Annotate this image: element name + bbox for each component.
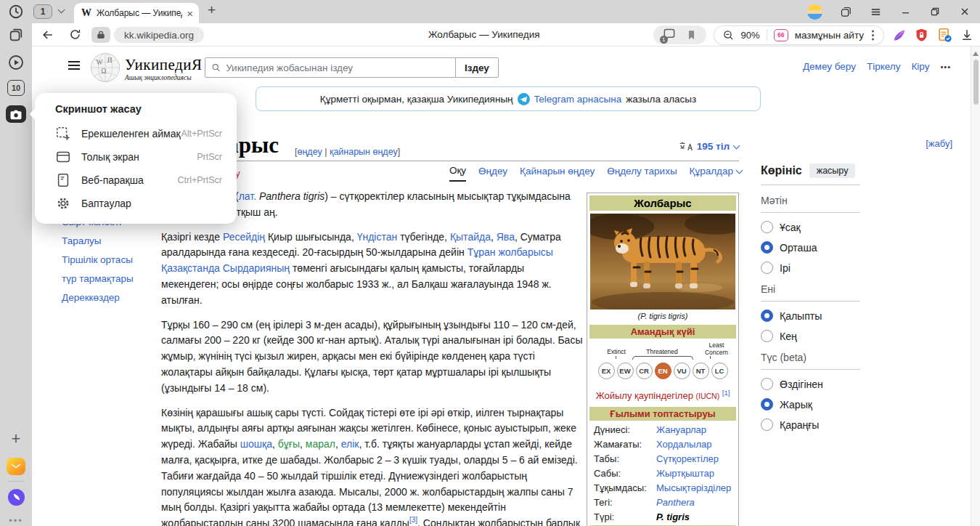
taxonomy-value[interactable]: Жануарлар [656, 424, 706, 435]
url-text[interactable]: kk.wikipedia.org [114, 27, 204, 43]
radio-icon[interactable] [761, 330, 773, 342]
radio-option[interactable]: Қалыпты [761, 309, 860, 322]
taxonomy-value[interactable]: Хордалылар [656, 439, 711, 450]
tab-groups-icon[interactable] [839, 5, 852, 18]
header-link[interactable]: Демеу беру [803, 61, 856, 72]
read-aloud-icon[interactable]: 66 [774, 29, 788, 41]
video-play-icon[interactable] [7, 53, 25, 72]
address-bar[interactable]: kk.wikipedia.org [91, 27, 204, 43]
yandex-pen-icon[interactable] [891, 28, 907, 43]
taxonomy-value[interactable]: Panthera [656, 497, 695, 508]
menu-hamburger-icon[interactable] [869, 5, 882, 18]
back-icon[interactable] [41, 28, 55, 42]
radio-option[interactable]: Ірі [761, 262, 860, 274]
zoom-out-icon[interactable] [722, 29, 735, 41]
radio-option[interactable]: Өздігінен [761, 378, 860, 390]
telegram-link[interactable]: Telegram арнасына [534, 94, 622, 105]
menu-item-fullscreen[interactable]: Толық экран PrtScr [45, 145, 226, 169]
yandex-mail-icon[interactable] [7, 458, 25, 475]
article-paragraph: Қазіргі кезде Ресейдің Қиыр шығысында, Ү… [161, 230, 584, 309]
radio-icon[interactable] [761, 309, 773, 322]
browser-tab[interactable]: W Жолбарыс — Уикипед × [74, 3, 199, 23]
view-tab[interactable]: Қайнарын өңдеу [520, 165, 595, 182]
lock-icon[interactable] [91, 27, 110, 43]
header-more-icon[interactable]: ••• [940, 62, 951, 71]
radio-icon[interactable] [761, 398, 773, 410]
taxonomy-value[interactable]: P. tigris [656, 511, 690, 522]
taxonomy-row: Дүниесі: Жануарлар [589, 422, 736, 437]
site-logo-text[interactable]: УикипедиЯ Ашық энциклопедиясы [125, 56, 202, 81]
toc-item[interactable]: Тіршілік ортасы [62, 254, 158, 266]
zoom-level[interactable]: 90% [741, 30, 760, 41]
status-text[interactable]: Жойылу қаупіндегілер (IUCN) [1] [589, 387, 736, 405]
restore-window-icon[interactable] [928, 5, 942, 18]
radio-option[interactable]: Ұсақ [761, 221, 860, 233]
toc-item[interactable]: Дереккөздер [62, 291, 158, 304]
search-button[interactable]: Іздеу [456, 57, 499, 78]
radio-option[interactable]: Қараңғы [761, 418, 860, 431]
close-window-icon[interactable] [958, 5, 971, 18]
page-scrollbar[interactable] [971, 46, 980, 526]
more-options-icon[interactable] [872, 34, 874, 36]
view-tab[interactable]: Өңделу тарихы [607, 165, 677, 182]
sidebar-add-icon[interactable]: + [7, 429, 25, 448]
minimize-icon[interactable] [899, 5, 912, 18]
taxonomy-value[interactable]: Сүтқоректілер [656, 453, 719, 464]
header-link[interactable]: Тіркелу [867, 61, 901, 72]
taxonomy-value[interactable]: Мысықтәрізділер [656, 482, 731, 493]
menu-item-selected-area[interactable]: Ерекшеленген аймақ Alt+PrtScr [45, 122, 226, 145]
scale-tick [710, 356, 711, 359]
wiki-menu-icon[interactable] [68, 61, 80, 70]
radio-icon[interactable] [761, 378, 773, 390]
bookmark-icon[interactable] [685, 29, 698, 41]
taxonomy-value[interactable]: Жыртқыштар [656, 468, 714, 479]
view-tab[interactable]: Құралдар [690, 165, 742, 182]
banner-close-link[interactable]: [жабу] [926, 138, 952, 149]
status-reference[interactable]: [1] [722, 389, 730, 397]
download-icon[interactable] [960, 28, 974, 42]
radio-option[interactable]: Кең [761, 330, 860, 342]
new-tab-button[interactable]: + [208, 2, 216, 18]
radio-option[interactable]: Жарық [761, 398, 860, 410]
screenshot-camera-icon[interactable] [6, 105, 26, 123]
tab-panels-icon[interactable] [7, 25, 25, 44]
menu-item-settings[interactable]: Баптаулар [45, 192, 226, 215]
menu-item-webpage[interactable]: Веб-парақша Ctrl+PrtScr [45, 169, 226, 192]
history-clock-icon[interactable] [7, 2, 25, 21]
profile-avatar[interactable] [807, 4, 822, 20]
read-aloud-label[interactable]: мазмұнын айту [795, 30, 864, 41]
radio-icon[interactable] [761, 221, 773, 233]
comments-icon[interactable]: 1 [662, 28, 677, 42]
search-field[interactable] [226, 62, 449, 73]
image-caption: (P. tigris tigris) [589, 309, 736, 323]
view-tab-label: Қайнарын өңдеу [520, 166, 595, 177]
header-link[interactable]: Кіру [911, 61, 929, 72]
reload-icon[interactable] [68, 28, 83, 42]
sidebar-more-icon[interactable]: ••• [7, 511, 25, 526]
title-edit-links[interactable]: [өңдеу | қайнарын өңдеу] [295, 147, 400, 157]
radio-option[interactable]: Орташа [761, 241, 860, 254]
radio-icon[interactable] [761, 262, 773, 274]
tab-close-icon[interactable]: × [187, 7, 193, 20]
appearance-hide-button[interactable]: жасыру [809, 163, 856, 178]
wikipedia-globe-logo[interactable]: WИΩ [90, 52, 121, 83]
alice-assistant-icon[interactable] [7, 487, 25, 506]
tiger-photo[interactable] [590, 214, 735, 309]
view-tab[interactable]: Өңдеу [478, 165, 507, 182]
tab-list-chevron-icon[interactable] [58, 7, 65, 14]
tab-counter[interactable]: 1 [33, 4, 52, 19]
toc-item[interactable]: Таралуы [62, 235, 158, 247]
scrollbar-thumb[interactable] [973, 60, 979, 105]
radio-icon[interactable] [761, 418, 773, 431]
toc-item[interactable]: түр тармақтары [62, 272, 158, 285]
search-input[interactable] [205, 57, 456, 78]
status-code-circle: CR [636, 363, 653, 379]
translate-doc-icon[interactable] [936, 27, 952, 43]
language-selector[interactable]: 195 тіл [679, 141, 739, 152]
selection-area-icon [55, 126, 71, 142]
scroll-up-icon[interactable] [973, 52, 979, 56]
protect-shield-icon[interactable] [914, 28, 929, 43]
view-tab[interactable]: Оқу [449, 165, 466, 182]
calendar-icon[interactable]: 10 [7, 80, 25, 96]
radio-icon[interactable] [761, 241, 773, 254]
